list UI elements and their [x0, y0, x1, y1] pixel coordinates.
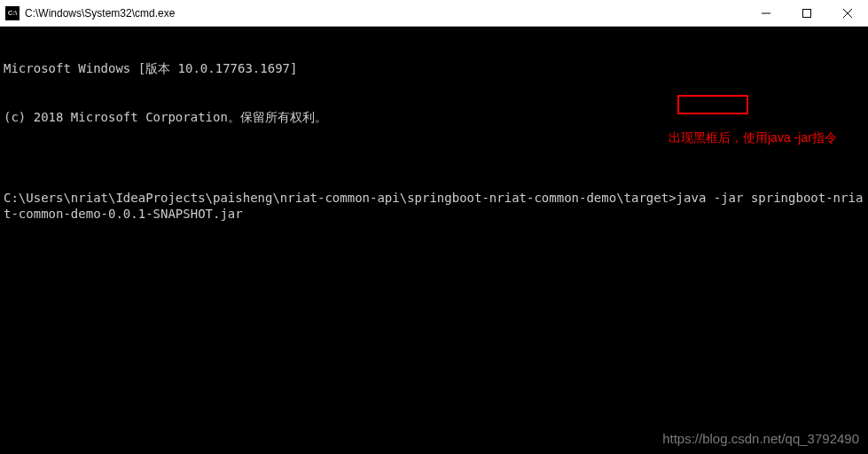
window-title: C:\Windows\System32\cmd.exe	[25, 7, 746, 20]
terminal-output-line: Microsoft Windows [版本 10.0.17763.1697]	[4, 60, 864, 76]
window-controls	[746, 0, 868, 26]
prompt-text: C:\Users\nriat\IdeaProjects\paisheng\nri…	[4, 191, 676, 205]
annotation-text: 出现黑框后，使用java -jar指令	[669, 129, 837, 145]
close-button[interactable]	[827, 0, 868, 26]
cmd-icon: C:\	[5, 6, 20, 20]
terminal-area[interactable]: Microsoft Windows [版本 10.0.17763.1697] (…	[0, 27, 868, 454]
terminal-command-line: C:\Users\nriat\IdeaProjects\paisheng\nri…	[4, 190, 864, 222]
watermark-text: https://blog.csdn.net/qq_3792490	[662, 430, 859, 448]
cmd-window: C:\ C:\Windows\System32\cmd.exe Microsof…	[0, 0, 868, 454]
svg-rect-1	[803, 9, 811, 17]
minimize-button[interactable]	[746, 0, 786, 26]
terminal-output-line: (c) 2018 Microsoft Corporation。保留所有权利。	[4, 109, 864, 125]
maximize-button[interactable]	[786, 0, 827, 26]
titlebar[interactable]: C:\ C:\Windows\System32\cmd.exe	[0, 0, 868, 27]
